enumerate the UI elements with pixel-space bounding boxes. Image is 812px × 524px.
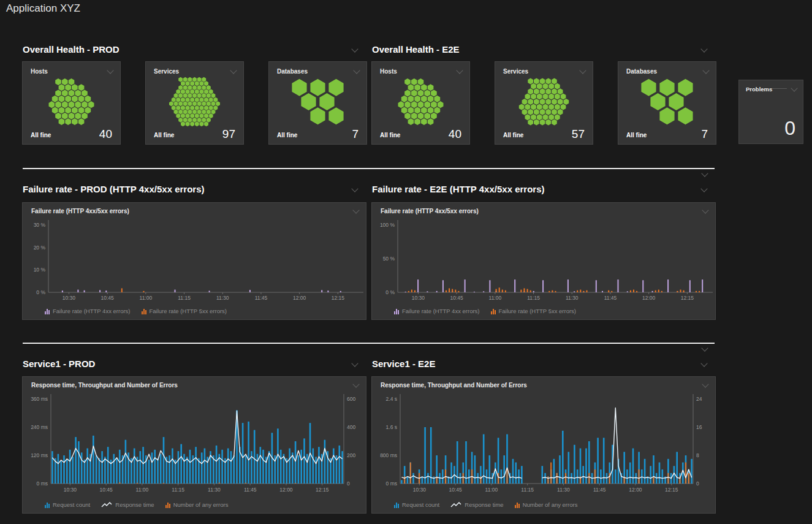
hexagon[interactable]	[75, 113, 81, 120]
hexagon[interactable]	[192, 85, 197, 90]
hexagon[interactable]	[319, 93, 334, 110]
hexagon[interactable]	[176, 105, 180, 110]
hexagon[interactable]	[428, 84, 434, 91]
hexagon[interactable]	[186, 89, 190, 94]
hexagon[interactable]	[52, 96, 58, 102]
hexagon[interactable]	[537, 83, 542, 89]
hexagon[interactable]	[431, 113, 437, 120]
health-tile-hosts-e2e[interactable]: Hosts All fine40	[371, 61, 470, 145]
service1-e2e-chart-tile[interactable]: Response time, Throughput and Number of …	[371, 376, 716, 514]
hexagon[interactable]	[72, 118, 78, 125]
hexagon[interactable]	[88, 101, 94, 108]
hexagon[interactable]	[181, 113, 185, 118]
chevron-down-icon[interactable]	[230, 67, 237, 74]
health-tile-databases-prod[interactable]: Databases All fine7	[268, 61, 367, 145]
hexagon[interactable]	[183, 110, 188, 115]
hexagon[interactable]	[641, 79, 656, 96]
hexagon[interactable]	[545, 88, 551, 94]
hexagon[interactable]	[428, 118, 434, 125]
hexagon[interactable]	[434, 107, 441, 113]
hexagon[interactable]	[65, 96, 71, 102]
chevron-down-icon[interactable]	[353, 67, 360, 74]
chevron-down-icon[interactable]	[351, 45, 358, 52]
hexagon[interactable]	[85, 107, 91, 113]
hexagon[interactable]	[414, 84, 420, 91]
hexagon[interactable]	[183, 118, 188, 123]
hexagon[interactable]	[82, 90, 88, 97]
hexagon[interactable]	[183, 85, 188, 90]
hexagon[interactable]	[69, 101, 75, 108]
hexagon[interactable]	[69, 90, 75, 97]
hexagon[interactable]	[519, 104, 525, 110]
hexagon[interactable]	[183, 101, 188, 106]
hexagon[interactable]	[543, 114, 548, 120]
chevron-down-icon[interactable]	[702, 67, 709, 74]
hexagon[interactable]	[678, 79, 692, 96]
hexagon[interactable]	[408, 107, 414, 113]
hexagon[interactable]	[540, 120, 545, 126]
hexagon[interactable]	[195, 89, 199, 94]
hexagon[interactable]	[424, 90, 430, 97]
hexagon[interactable]	[181, 105, 185, 110]
legend-item[interactable]: Failure rate (HTTP 4xx errors)	[394, 308, 480, 314]
hexagon[interactable]	[209, 89, 213, 94]
hexagon[interactable]	[55, 78, 61, 85]
hexagon[interactable]	[421, 107, 427, 113]
hexagon[interactable]	[401, 96, 408, 102]
hexagon[interactable]	[78, 96, 85, 102]
hexagon[interactable]	[418, 113, 424, 120]
hexagon[interactable]	[174, 93, 178, 98]
hexagon[interactable]	[174, 110, 178, 115]
hexagon[interactable]	[528, 88, 533, 94]
hexagon[interactable]	[178, 77, 183, 82]
hexagon[interactable]	[558, 88, 563, 94]
hexagon[interactable]	[59, 84, 65, 91]
hexagon[interactable]	[192, 118, 197, 123]
hexagon[interactable]	[558, 99, 563, 105]
hexagon[interactable]	[65, 84, 71, 91]
hexagon[interactable]	[537, 94, 542, 100]
hexagon[interactable]	[531, 94, 536, 100]
hexagon[interactable]	[414, 118, 420, 125]
hexagon[interactable]	[678, 107, 692, 124]
health-tile-services-e2e[interactable]: Services All fine57	[495, 61, 593, 145]
hexagon[interactable]	[197, 101, 202, 106]
hexagon[interactable]	[78, 84, 85, 91]
hexagon[interactable]	[176, 97, 180, 102]
hexagon[interactable]	[328, 107, 343, 124]
legend-item[interactable]: Failure rate (HTTP 4xx errors)	[45, 308, 131, 314]
problems-tile[interactable]: Problems 0	[738, 80, 803, 144]
hexagon[interactable]	[190, 121, 194, 126]
hexagon[interactable]	[204, 81, 208, 86]
legend-item[interactable]: Failure rate (HTTP 5xx errors)	[491, 308, 577, 314]
hexagon[interactable]	[659, 107, 674, 124]
hexagon[interactable]	[404, 101, 411, 108]
hexagon[interactable]	[204, 89, 208, 94]
hexagon[interactable]	[78, 118, 85, 125]
legend-item[interactable]: Number of any errors	[515, 501, 578, 508]
hexagon[interactable]	[195, 121, 199, 126]
hexagon[interactable]	[188, 93, 192, 98]
hexagon[interactable]	[82, 113, 88, 120]
hexagon[interactable]	[534, 120, 539, 126]
hexagon[interactable]	[411, 101, 417, 108]
hexagon[interactable]	[421, 84, 427, 91]
legend-item[interactable]: Request count	[45, 501, 90, 508]
hexagon[interactable]	[301, 93, 316, 110]
hexagon[interactable]	[186, 121, 190, 126]
hexagon[interactable]	[411, 90, 417, 97]
hexagon[interactable]	[540, 99, 545, 105]
hexagon[interactable]	[669, 93, 683, 110]
hexagon[interactable]	[525, 94, 531, 100]
hexagon[interactable]	[55, 90, 61, 97]
hexagon[interactable]	[183, 93, 188, 98]
hexagon[interactable]	[197, 93, 202, 98]
hexagon[interactable]	[75, 101, 81, 108]
hexagon[interactable]	[62, 78, 68, 85]
hexagon[interactable]	[531, 104, 536, 110]
hexagon[interactable]	[195, 81, 199, 86]
hexagon[interactable]	[59, 96, 65, 102]
hexagon[interactable]	[650, 93, 665, 110]
legend-item[interactable]: Failure rate (HTTP 5xx errors)	[142, 308, 227, 314]
failure-rate-chart[interactable]: 0 %50 %100 %10:3010:4511:0011:1511:3011:…	[372, 203, 716, 321]
